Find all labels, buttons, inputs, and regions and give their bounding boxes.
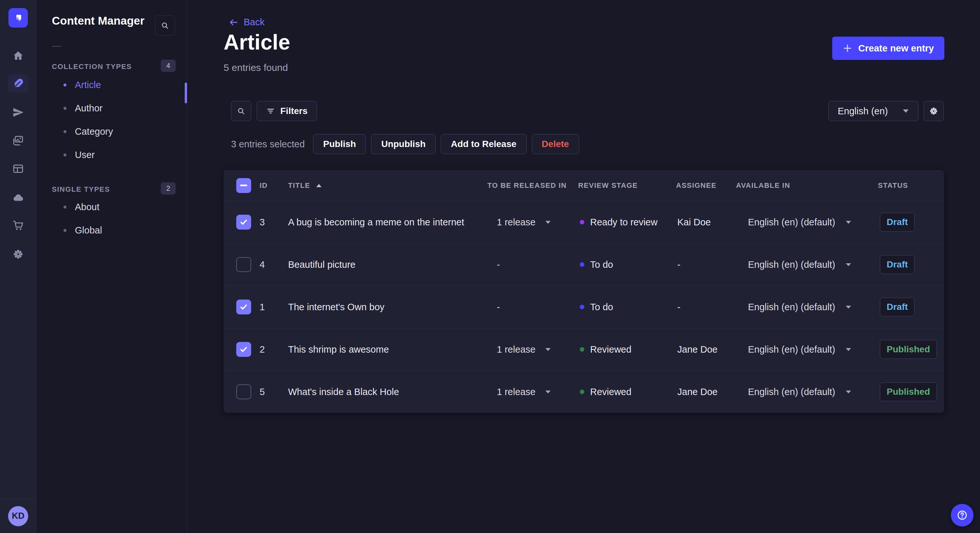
row-release-dropdown: -: [497, 286, 500, 328]
strapi-logo[interactable]: [8, 8, 28, 27]
row-id: 2: [259, 328, 265, 370]
marketplace-icon[interactable]: [8, 216, 29, 235]
header-title[interactable]: TITLE: [288, 170, 322, 201]
selection-count: 3 entries selected: [231, 139, 305, 150]
sort-ascending-icon: [316, 184, 322, 187]
strapi-logo-icon: [13, 12, 24, 23]
row-checkbox[interactable]: [236, 215, 251, 230]
row-checkbox[interactable]: [236, 384, 251, 399]
row-checkbox[interactable]: [236, 342, 251, 357]
status-badge: Draft: [880, 255, 915, 274]
search-button[interactable]: [231, 101, 251, 121]
bullet-icon: [64, 154, 67, 156]
home-icon[interactable]: [8, 47, 29, 65]
bullet-icon: [64, 229, 67, 232]
chevron-down-icon: [845, 305, 851, 309]
chevron-down-icon: [902, 109, 909, 113]
row-locale-dropdown[interactable]: English (en) (default): [748, 201, 851, 243]
header-review-stage[interactable]: REVIEW STAGE: [578, 170, 638, 201]
delete-button[interactable]: Delete: [532, 134, 579, 154]
create-new-entry-button[interactable]: Create new entry: [832, 36, 944, 60]
bullet-icon: [64, 130, 67, 133]
help-button[interactable]: [951, 504, 974, 527]
sidebar-item-category[interactable]: Category: [64, 124, 113, 140]
chevron-down-icon: [845, 390, 851, 394]
question-mark-icon: [956, 509, 968, 521]
back-link[interactable]: Back: [229, 17, 264, 27]
bullet-icon: [64, 206, 67, 209]
row-locale-dropdown[interactable]: English (en) (default): [748, 328, 851, 370]
row-release-dropdown[interactable]: 1 release: [497, 201, 551, 243]
sidebar-item-author[interactable]: Author: [64, 100, 102, 116]
table-row: 4 Beautiful picture - To do - English (e…: [224, 243, 944, 286]
active-item-indicator: [185, 82, 187, 103]
sidebar-item-about[interactable]: About: [64, 199, 100, 215]
row-checkbox[interactable]: [236, 257, 251, 272]
sidebar-item-global[interactable]: Global: [64, 222, 102, 238]
row-locale-dropdown[interactable]: English (en) (default): [748, 371, 851, 413]
stage-dot: [580, 390, 584, 394]
row-release-dropdown[interactable]: 1 release: [497, 328, 551, 370]
status-badge: Draft: [880, 213, 915, 232]
subnav-title: Content Manager: [52, 14, 145, 27]
section-label: COLLECTION TYPES: [52, 62, 132, 71]
sidebar-item-label: Article: [75, 80, 101, 90]
table-row: 2 This shrimp is awesome 1 release Revie…: [224, 328, 944, 370]
sidebar-item-article[interactable]: Article: [64, 77, 101, 93]
section-count-badge: 4: [161, 60, 176, 72]
row-checkbox[interactable]: [236, 300, 251, 314]
gear-icon: [929, 106, 939, 116]
content-type-builder-icon[interactable]: [8, 160, 29, 178]
media-library-icon[interactable]: [8, 132, 29, 150]
divider: [52, 46, 61, 47]
filters-button[interactable]: Filters: [257, 101, 317, 121]
row-assignee: Jane Doe: [677, 371, 718, 413]
avatar[interactable]: KD: [8, 506, 28, 526]
table-row: 1 The internet's Own boy - To do - Engli…: [224, 286, 944, 328]
status-badge: Published: [880, 340, 937, 359]
filters-label: Filters: [280, 106, 307, 116]
plus-icon: [843, 43, 852, 53]
chevron-down-icon: [545, 390, 551, 394]
row-locale-dropdown[interactable]: English (en) (default): [748, 286, 851, 328]
row-title: The internet's Own boy: [288, 286, 384, 328]
row-title: What's inside a Black Hole: [288, 371, 399, 413]
content-manager-icon[interactable]: [8, 75, 29, 93]
bullet-icon: [64, 107, 67, 110]
indeterminate-icon: [240, 185, 247, 186]
row-review-stage: To do: [580, 244, 613, 286]
row-assignee: Jane Doe: [677, 328, 718, 370]
locale-select[interactable]: English (en): [828, 101, 918, 121]
main-nav-rail: KD: [0, 0, 36, 533]
check-icon: [239, 302, 248, 312]
view-settings-button[interactable]: [924, 101, 944, 121]
sidebar-item-label: User: [75, 150, 95, 160]
unpublish-button[interactable]: Unpublish: [371, 134, 436, 154]
row-title: This shrimp is awesome: [288, 328, 389, 370]
row-title: A bug is becoming a meme on the internet: [288, 201, 464, 243]
cloud-icon[interactable]: [8, 189, 29, 206]
settings-icon[interactable]: [8, 245, 29, 263]
strapi-admin: { "rail": { "logo_icon": "strapi-logo", …: [0, 0, 980, 533]
publish-button[interactable]: Publish: [313, 134, 366, 154]
sidebar-item-user[interactable]: User: [64, 147, 95, 163]
table-row: 5 What's inside a Black Hole 1 release R…: [224, 370, 944, 413]
row-release-dropdown[interactable]: 1 release: [497, 371, 551, 413]
header-assignee[interactable]: ASSIGNEE: [676, 170, 716, 201]
releases-icon[interactable]: [8, 103, 29, 121]
header-to-be-released-in[interactable]: TO BE RELEASED IN: [487, 170, 567, 201]
row-title: Beautiful picture: [288, 244, 355, 286]
select-all-checkbox[interactable]: [236, 178, 251, 193]
header-id[interactable]: ID: [259, 170, 268, 201]
row-locale-dropdown[interactable]: English (en) (default): [748, 244, 851, 286]
content-manager-subnav: Content Manager COLLECTION TYPES4Article…: [36, 0, 187, 533]
chevron-down-icon: [545, 348, 551, 351]
subnav-search-button[interactable]: [155, 16, 175, 36]
arrow-left-icon: [229, 17, 239, 27]
search-icon: [237, 107, 245, 115]
header-available-in[interactable]: AVAILABLE IN: [736, 170, 791, 201]
row-assignee: -: [677, 286, 681, 328]
add-to-release-button[interactable]: Add to Release: [441, 134, 526, 154]
header-status[interactable]: STATUS: [878, 170, 908, 201]
row-review-stage: Reviewed: [580, 371, 631, 413]
